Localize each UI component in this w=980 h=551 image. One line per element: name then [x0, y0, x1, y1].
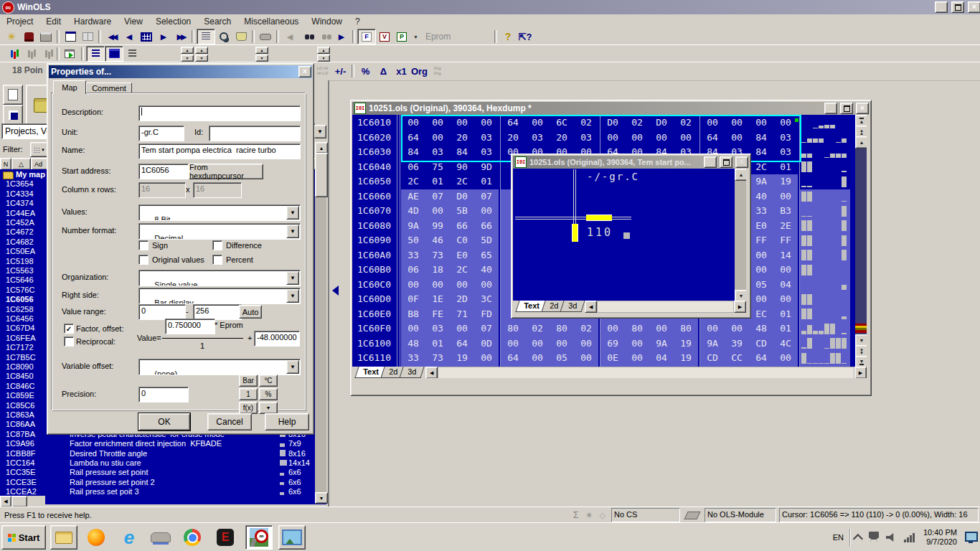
hex-byte[interactable]: 00 — [450, 278, 474, 293]
map-list-icon[interactable] — [197, 29, 215, 44]
connect-icon[interactable] — [257, 29, 274, 44]
hex-byte[interactable]: CD — [700, 351, 725, 366]
hex-byte[interactable]: 00 — [401, 116, 425, 131]
window-properties-icon[interactable] — [62, 29, 79, 44]
hex-byte[interactable]: 73 — [425, 248, 450, 263]
sign-checkbox[interactable] — [138, 240, 149, 250]
mhh-auto-taskbar-icon[interactable] — [148, 526, 174, 549]
map-list-item[interactable]: 1CBB8FDesired Throttle angle8x16 — [0, 449, 326, 458]
hex-byte[interactable]: 64 — [501, 116, 525, 131]
values-combo-dropdown-icon[interactable]: ▼ — [286, 206, 299, 220]
hex-byte[interactable]: 73 — [425, 351, 450, 366]
projects-combo-dropdown-icon[interactable]: ▼ — [314, 125, 326, 138]
hex-byte[interactable]: 19 — [674, 336, 698, 352]
firefox-taskbar-icon[interactable] — [83, 526, 109, 549]
show-desktop-icon[interactable] — [964, 531, 977, 544]
hex-byte[interactable]: 2C — [450, 174, 474, 189]
hex-byte[interactable]: 00 — [474, 351, 499, 366]
hex-byte[interactable]: 03 — [773, 131, 798, 146]
menu-item-selection[interactable]: Selection — [149, 15, 197, 28]
difference-checkbox[interactable] — [212, 240, 222, 250]
hex-byte[interactable]: 69 — [600, 336, 625, 352]
hex-byte[interactable]: 00 — [525, 336, 550, 352]
hscroll-right-icon[interactable]: ▶ — [734, 301, 746, 313]
hex-byte[interactable]: 00 — [773, 292, 798, 307]
hex-byte[interactable]: CC — [725, 351, 749, 366]
hex-byte[interactable]: 00 — [550, 336, 574, 352]
hex-byte[interactable]: 01 — [773, 307, 798, 322]
hex-byte[interactable]: 00 — [525, 351, 550, 366]
hscroll-right-icon[interactable]: ▶ — [854, 367, 867, 378]
hex-byte[interactable]: 64 — [749, 351, 773, 366]
hex-byte[interactable]: 06 — [401, 160, 425, 175]
hex-byte[interactable]: 33 — [749, 204, 773, 219]
hex-byte[interactable]: 66 — [474, 219, 499, 234]
open-project-icon[interactable] — [20, 29, 37, 44]
hex-byte[interactable]: 02 — [674, 116, 698, 131]
hex-byte[interactable]: 2C — [401, 174, 425, 189]
menu-item-search[interactable]: Search — [197, 15, 237, 28]
right-side-dropdown-icon[interactable]: ▼ — [286, 289, 299, 303]
number-format-dropdown-icon[interactable]: ▼ — [286, 225, 299, 238]
format-button-1[interactable]: +/- — [331, 64, 349, 79]
minimize-button[interactable]: _ — [935, 1, 948, 13]
format-button-2[interactable]: % — [357, 64, 374, 79]
format-button-0[interactable]: LO HI HI LO — [314, 64, 331, 79]
bar-unit-button[interactable]: Bar — [239, 375, 258, 387]
map-list-item[interactable]: 1C9A96Factor enrichment direct injection… — [0, 439, 326, 448]
hex-byte[interactable]: 99 — [425, 219, 450, 234]
view-p-button[interactable]: P — [393, 29, 410, 44]
menu-item-project[interactable]: Project — [0, 15, 39, 28]
auto-button[interactable]: Auto — [239, 305, 262, 319]
hex-byte[interactable]: 14 — [773, 248, 798, 263]
ok-button[interactable]: OK — [138, 413, 190, 430]
scroll-thumb[interactable] — [315, 153, 328, 197]
hex-byte[interactable]: 04 — [773, 278, 798, 293]
tab-map[interactable]: Map — [53, 80, 86, 94]
hex-byte[interactable]: 9A — [649, 336, 674, 352]
celsius-unit-button[interactable]: °C — [259, 375, 278, 387]
prev-map-icon[interactable]: ◀ — [121, 29, 138, 44]
first-map-icon[interactable]: ◀◀ — [103, 29, 121, 44]
power-plug-icon[interactable] — [870, 534, 877, 542]
menu-item-edit[interactable]: Edit — [39, 15, 67, 28]
organization-combo[interactable]: Single value ▼ — [138, 270, 301, 286]
hex-byte[interactable]: D0 — [649, 116, 674, 131]
dock-collapse-icon[interactable] — [327, 286, 339, 296]
hex-byte[interactable]: 9A — [700, 336, 725, 352]
hex-byte[interactable]: 6C — [550, 116, 574, 131]
from-hexdumpcursor-button[interactable]: From hexdumpcursor — [189, 164, 263, 179]
new-version-button[interactable] — [3, 85, 23, 105]
hex-byte[interactable]: 0E — [600, 351, 625, 366]
hex-byte[interactable]: 01 — [773, 321, 798, 336]
hex-byte[interactable]: 5D — [474, 233, 499, 248]
map-view-maximize-icon[interactable] — [720, 156, 732, 168]
fx-unit-button[interactable]: f(x) — [239, 402, 258, 414]
hex-byte[interactable]: 9A — [401, 219, 425, 234]
hex-byte[interactable]: FD — [474, 307, 499, 322]
hex-byte[interactable]: CD — [749, 336, 773, 352]
name-field[interactable]: Tem start pompa electrica racire turbo — [138, 143, 301, 159]
hex-byte[interactable]: 03 — [574, 131, 598, 146]
hex-byte[interactable]: 33 — [401, 351, 425, 366]
hex-byte[interactable]: 00 — [625, 351, 649, 366]
hex-byte[interactable]: 07 — [425, 189, 450, 204]
split-view-icon[interactable] — [79, 29, 96, 44]
hex-byte[interactable]: 00 — [725, 321, 749, 336]
hex-byte[interactable]: 64 — [501, 351, 525, 366]
hex-byte[interactable]: B8 — [401, 307, 425, 322]
winols-taskbar-icon[interactable]: ∞ — [245, 525, 273, 550]
hex-byte[interactable]: 00 — [425, 131, 450, 146]
map-view-minimize-icon[interactable]: _ — [704, 156, 717, 168]
hex-byte[interactable]: 00 — [625, 336, 649, 352]
width-stepper[interactable]: ▲▼ ▲▼ — [181, 47, 208, 62]
chrome-taskbar-icon[interactable] — [179, 526, 205, 549]
tray-expand-icon[interactable] — [853, 534, 863, 544]
help-button[interactable]: Help — [265, 413, 309, 430]
hex-byte[interactable]: 3C — [474, 292, 499, 307]
mapview-tab-3d[interactable]: 3d — [560, 301, 585, 312]
hex-byte[interactable]: 00 — [574, 351, 598, 366]
hexdump-tab-3d[interactable]: 3d — [399, 367, 424, 378]
map-list-item[interactable]: 1CCF06 — [0, 497, 326, 504]
language-indicator[interactable]: EN — [833, 533, 844, 542]
